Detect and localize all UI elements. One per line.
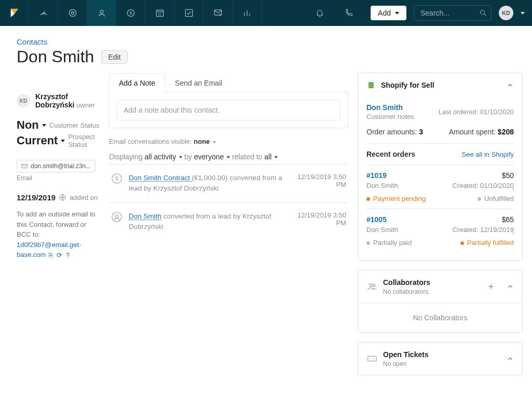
svg-text:$: $ <box>115 175 118 182</box>
feed-timestamp: 12/19/2019 3:50 PM <box>295 173 346 194</box>
nav-calendar[interactable]: 31 <box>145 0 174 26</box>
customer-status-label: Customer Status <box>49 121 100 129</box>
right-sidebar: Shopify for Sell Don Smith Customer note… <box>358 73 523 395</box>
globe-icon <box>59 194 66 201</box>
add-button-label: Add <box>378 9 391 17</box>
copy-icon[interactable]: ⎘ <box>49 250 53 261</box>
feed-link[interactable]: Don Smith <box>129 212 161 220</box>
filter-scope[interactable]: all <box>264 153 278 161</box>
svg-text:$: $ <box>129 10 132 16</box>
svg-point-6 <box>100 10 103 13</box>
filter-activity[interactable]: all activity <box>144 153 182 161</box>
shopify-customer-name[interactable]: Don Smith <box>366 103 414 112</box>
order-created: Created: 01/10/2020 <box>452 182 514 189</box>
feed-timestamp: 12/19/2019 3:50 PM <box>295 211 346 233</box>
filter-rel: related to <box>230 153 264 161</box>
owner-avatar: KD <box>17 94 30 107</box>
customer-status-value: Non <box>17 118 39 132</box>
see-all-shopify-link[interactable]: See all in Shopify <box>462 151 514 158</box>
svg-rect-19 <box>22 165 28 168</box>
order-row[interactable]: #1005 $65 Don Smith Created: 12/19/2019 … <box>366 209 514 253</box>
order-fulfilment-status: Unfulfilled <box>478 195 514 202</box>
feed-link[interactable]: Don Smith Contract <box>129 174 192 182</box>
user-menu-caret-icon[interactable] <box>521 12 525 15</box>
note-input[interactable] <box>117 100 340 120</box>
svg-point-23 <box>112 212 121 221</box>
svg-point-25 <box>370 284 373 287</box>
shopify-last-ordered: Last ordered: 01/10/2020 <box>439 108 514 116</box>
customer-status-picker[interactable]: Non Customer Status <box>17 118 100 132</box>
chevron-up-icon <box>507 283 514 290</box>
nav-tasks[interactable] <box>174 0 203 26</box>
tickets-title: Open Tickets <box>383 350 429 359</box>
nav-contacts[interactable] <box>87 0 116 26</box>
prospect-status-label: Prospect Status <box>68 133 100 148</box>
add-button[interactable]: Add <box>371 6 406 20</box>
help-icon[interactable]: ? <box>66 250 70 261</box>
filter-pre: Displaying <box>109 153 144 161</box>
ticket-icon <box>366 353 378 364</box>
collaborators-header[interactable]: Collaborators No collaborators <box>358 270 522 303</box>
compose-tabs: Add a Note Send an Email <box>109 73 348 92</box>
tab-add-note[interactable]: Add a Note <box>109 73 165 92</box>
nav-reports[interactable] <box>233 0 262 26</box>
nav-leads[interactable] <box>58 0 87 26</box>
order-customer: Don Smith <box>366 182 398 189</box>
collaborators-title: Collaborators <box>383 278 430 287</box>
svg-point-4 <box>69 9 76 16</box>
search-icon <box>479 9 487 17</box>
user-avatar[interactable]: KD <box>499 6 513 20</box>
logo[interactable] <box>0 0 29 26</box>
svg-line-18 <box>484 14 486 16</box>
bcc-help-text: To add an outside email to this Contact,… <box>17 209 100 260</box>
shopify-order-amounts: Order amounts: 3 <box>366 128 423 136</box>
order-customer: Don Smith <box>366 226 398 234</box>
status-dot-icon <box>366 197 370 201</box>
shopify-card: Shopify for Sell Don Smith Customer note… <box>358 73 523 261</box>
caret-down-icon <box>275 156 278 158</box>
contact-icon <box>111 211 122 223</box>
tab-send-email[interactable]: Send an Email <box>165 73 232 92</box>
owner-role: owner <box>76 101 94 109</box>
status-dot-icon <box>478 197 481 201</box>
svg-point-26 <box>373 284 375 287</box>
shopify-amount-spent: Amount spent: $208 <box>449 128 514 136</box>
user-avatar-initials: KD <box>502 10 510 16</box>
search-wrap <box>414 5 492 21</box>
nav-dashboard[interactable] <box>29 0 58 26</box>
activity-feed: Add a Note Send an Email Email conversat… <box>109 37 348 395</box>
svg-point-17 <box>481 10 485 15</box>
feed-filter-row: Displaying all activity by everyone rela… <box>109 153 348 161</box>
tickets-card: Open Tickets No open <box>358 342 523 375</box>
chevron-right-icon <box>511 229 516 238</box>
order-amount: $65 <box>502 215 514 224</box>
email-chip-text: don.smith@trial.z3n... <box>31 162 91 170</box>
order-fulfilment-status: Partially fulfilled <box>460 239 514 247</box>
refresh-icon[interactable]: ⟳ <box>57 250 62 261</box>
tickets-header[interactable]: Open Tickets No open <box>358 343 522 375</box>
feed-item: $ Don Smith Contract (€1,000.00) convert… <box>109 165 348 203</box>
breadcrumb[interactable]: Contacts <box>17 37 128 46</box>
collaborators-card: Collaborators No collaborators No Collab… <box>358 270 523 333</box>
nav-notifications[interactable] <box>305 0 334 26</box>
shopify-card-header[interactable]: Shopify for Sell <box>358 73 522 97</box>
filter-by: by <box>182 153 194 161</box>
email-chip[interactable]: don.smith@trial.z3n... <box>17 160 96 172</box>
filter-who[interactable]: everyone <box>194 153 230 161</box>
prospect-status-value: Current <box>17 134 58 147</box>
collaborators-empty: No Collaborators <box>358 303 522 332</box>
prospect-status-picker[interactable]: Current Prospect Status <box>17 133 100 148</box>
add-collaborator-button[interactable] <box>487 282 495 291</box>
deal-icon: $ <box>111 173 122 184</box>
order-created: Created: 12/19/2019 <box>452 226 514 234</box>
nav-call[interactable] <box>334 0 363 26</box>
status-dot-icon <box>460 241 464 245</box>
nav-comm[interactable] <box>203 0 233 26</box>
nav-deals[interactable]: $ <box>116 0 145 26</box>
visibility-row[interactable]: Email conversations visible: none <box>109 138 348 145</box>
visibility-label: Email conversations visible: <box>109 138 194 145</box>
chevron-right-icon <box>511 185 516 194</box>
visibility-value: none <box>194 138 210 145</box>
order-row[interactable]: #1019 $50 Don Smith Created: 01/10/2020 … <box>366 165 514 209</box>
edit-button[interactable]: Edit <box>101 50 127 64</box>
